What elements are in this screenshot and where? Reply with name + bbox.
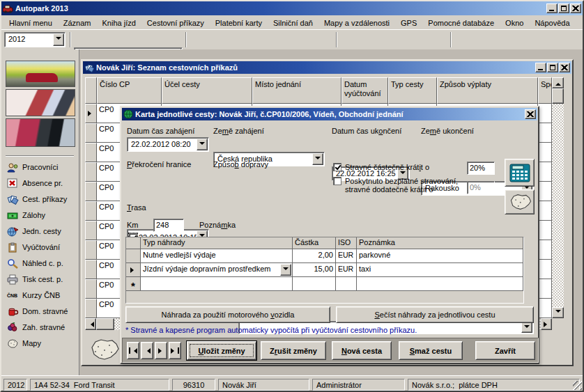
- column-ucel-cesty[interactable]: Účel cesty: [162, 77, 252, 104]
- menu-gps[interactable]: GPS: [396, 17, 422, 29]
- save-changes-button[interactable]: Uložit změny: [187, 341, 256, 360]
- new-trip-button[interactable]: Nová cesta: [332, 341, 392, 360]
- menu-platebni-karty[interactable]: Platební karty: [210, 17, 267, 29]
- clipboard-icon: [7, 242, 19, 253]
- menu-silnicni-dan[interactable]: Silniční daň: [268, 17, 318, 29]
- app-window: Autopark 2013 Hlavní menu Záznam Kniha j…: [0, 0, 584, 392]
- close-dialog-button[interactable]: Zavřít: [475, 341, 535, 360]
- column-typ-cesty[interactable]: Typ cesty: [388, 77, 437, 104]
- app-close-button[interactable]: [570, 3, 581, 13]
- next-record-button[interactable]: [155, 342, 167, 359]
- sidebar-item-mapy[interactable]: Mapy: [1, 338, 79, 349]
- column-selector: [126, 237, 141, 249]
- app-maximize-button[interactable]: [558, 3, 569, 13]
- sidebar-item-kurzy-cnb[interactable]: ČNB Kurzy ČNB: [1, 290, 79, 301]
- sidebar-item-cest-prikazy[interactable]: Cest. příkazy: [1, 194, 79, 205]
- toolbar-separator: [336, 32, 337, 47]
- status-role: Administrátor: [312, 379, 405, 391]
- sidebar-item-jedn-cesty[interactable]: Jedn. cesty: [1, 226, 79, 237]
- scrollbar-thumb[interactable]: [96, 318, 114, 330]
- menu-zaznam[interactable]: Záznam: [59, 17, 96, 29]
- table-row-new[interactable]: [126, 277, 523, 291]
- list-maximize-button[interactable]: [547, 63, 558, 72]
- menu-okno[interactable]: Okno: [500, 17, 528, 29]
- dialog-close-button[interactable]: [525, 109, 536, 119]
- list-minimize-button[interactable]: [535, 63, 546, 72]
- sidebar-item-label: Vyúčtování: [22, 243, 60, 251]
- cell-note: parkovné: [357, 249, 523, 263]
- km-value: 248: [156, 221, 169, 229]
- meal-cut-checkbox[interactable]: [333, 163, 341, 171]
- last-record-button[interactable]: [169, 342, 181, 359]
- sidebar-item-nahled-cp[interactable]: Náhled c. p.: [1, 258, 79, 269]
- sidebar-item-label: Kurzy ČNB: [22, 291, 60, 299]
- first-record-button[interactable]: [127, 342, 139, 359]
- sidebar-item-label: Náhled c. p.: [22, 259, 63, 267]
- column-zpusob-vyplaty[interactable]: Způsob výplaty: [437, 77, 538, 104]
- column-misto-jednani[interactable]: Místo jednání: [252, 77, 341, 104]
- cell-type-combo[interactable]: Jízdní výdaje dopravním prostředkem: [141, 263, 293, 277]
- menu-cestovni-prikazy[interactable]: Cestovní příkazy: [142, 17, 209, 29]
- app-titlebar: Autopark 2013: [1, 1, 583, 15]
- year-combo[interactable]: 2012: [4, 32, 66, 47]
- table-row-selected[interactable]: Jízdní výdaje dopravním prostředkem 15,0…: [126, 263, 523, 277]
- table-row[interactable]: Nutné vedlejší výdaje 2,00 EUR parkovné: [126, 249, 523, 263]
- calculator-button[interactable]: [505, 159, 535, 187]
- free-meal-checkbox[interactable]: [333, 177, 341, 185]
- menu-mapy-a-vzdalenosti[interactable]: Mapy a vzdálenosti: [319, 17, 394, 29]
- sidebar-item-tisk-cest-p[interactable]: Tisk cest. p.: [1, 274, 79, 285]
- column-iso: ISO: [336, 237, 357, 249]
- column-cislo-cp[interactable]: Číslo CP: [97, 77, 162, 104]
- photo-car: [6, 61, 75, 87]
- scroll-right-icon[interactable]: [541, 318, 552, 330]
- discard-changes-button[interactable]: Zrušit změny: [261, 341, 326, 360]
- sum-reimbursements-button[interactable]: Sečíst náhrady za jednotlivou cestu: [336, 306, 534, 323]
- row-selector-arrow-icon: [126, 263, 141, 277]
- chevron-down-icon[interactable]: [53, 33, 64, 46]
- label-border-crossing: Překročení hranice: [127, 160, 191, 168]
- sidebar-item-label: Dom. stravné: [22, 307, 68, 315]
- chevron-down-icon[interactable]: [521, 322, 532, 333]
- chevron-down-icon[interactable]: [312, 153, 323, 165]
- menu-pomocne-databaze[interactable]: Pomocné databáze: [423, 17, 499, 29]
- km-field[interactable]: 248: [153, 219, 184, 232]
- sidebar-item-zalohy[interactable]: Zálohy: [1, 210, 79, 221]
- sidebar-item-vyuctovani[interactable]: Vyúčtování: [1, 242, 79, 253]
- delete-trip-button[interactable]: Smaž cestu: [399, 341, 463, 360]
- column-castka: Částka: [293, 237, 336, 249]
- previous-record-button[interactable]: [141, 342, 153, 359]
- grapes-icon: [7, 322, 19, 333]
- scrollbar-thumb[interactable]: [552, 88, 564, 104]
- chevron-down-icon[interactable]: [280, 264, 291, 276]
- menu-kniha-jizd[interactable]: Kniha jízd: [98, 17, 141, 29]
- meal-cut-percent-field[interactable]: 20%: [467, 162, 495, 175]
- scroll-left-icon[interactable]: [85, 318, 96, 330]
- list-close-button[interactable]: [559, 63, 570, 72]
- resize-grip[interactable]: [573, 381, 582, 390]
- dialog-footnote: * Stravné a kapesné program automaticky …: [125, 326, 417, 334]
- sidebar-item-absence-pr[interactable]: Absence pr.: [1, 178, 79, 189]
- free-meal-percent-field[interactable]: 0%: [467, 181, 495, 194]
- menu-hlavni-menu[interactable]: Hlavní menu: [4, 17, 57, 29]
- scroll-down-icon[interactable]: [552, 307, 564, 318]
- map-icon: [7, 338, 19, 349]
- sidebar-item-dom-stravne[interactable]: Dom. stravné: [1, 306, 79, 317]
- vehicle-compensation-button[interactable]: Náhrada za použití motorového vozidla: [125, 306, 330, 323]
- column-spolucestujici[interactable]: Spoluc: [538, 77, 552, 104]
- sidebar-item-zah-stravne[interactable]: Zah. stravné: [1, 322, 79, 333]
- chevron-down-icon[interactable]: [197, 139, 208, 150]
- sidebar-item-pracovnici[interactable]: Pracovníci: [1, 162, 79, 173]
- free-meal-label-line2: stravné dodatečně krátit o: [345, 185, 433, 194]
- map-button[interactable]: [505, 189, 535, 214]
- label-end-datetime: Datum čas ukončení: [332, 127, 401, 135]
- meal-cut-label: Stravné částečně krátit o: [345, 163, 429, 171]
- vertical-scrollbar[interactable]: [552, 77, 564, 318]
- reimbursement-table: Typ náhrady Částka ISO Poznámka Nutné ve…: [125, 237, 524, 304]
- people-icon: [7, 162, 19, 173]
- app-minimize-button[interactable]: [546, 3, 558, 13]
- scroll-up-icon[interactable]: [552, 77, 564, 88]
- menu-napoveda[interactable]: Nápověda: [530, 17, 574, 29]
- column-datum-vyuctovani[interactable]: Datum vyúčtování: [341, 77, 388, 104]
- sidebar-item-label: Zálohy: [22, 211, 45, 219]
- start-datetime-combo[interactable]: 22.02.2012 08:20: [127, 137, 209, 152]
